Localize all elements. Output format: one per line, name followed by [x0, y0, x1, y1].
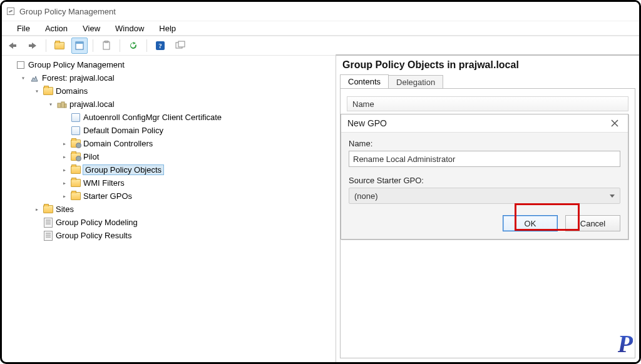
svg-rect-3 — [105, 41, 108, 43]
expand-icon[interactable]: ▸ — [33, 206, 41, 213]
folder-icon — [71, 178, 81, 188]
expand-icon[interactable]: ▸ — [61, 140, 68, 147]
tree-item-label: Default Domain Policy — [83, 126, 163, 135]
menu-window[interactable]: Window — [109, 23, 150, 34]
folder-icon — [43, 86, 53, 96]
svg-rect-8 — [58, 103, 61, 108]
back-button[interactable] — [4, 38, 21, 54]
window-title: Group Policy Management — [19, 7, 116, 16]
export-list-button[interactable] — [98, 38, 115, 54]
folder-icon — [71, 191, 81, 201]
starter-gpo-value: (none) — [354, 191, 378, 201]
svg-rect-9 — [61, 102, 64, 108]
menu-bar: File Action View Window Help — [2, 21, 639, 35]
expand-icon[interactable]: ▸ — [61, 179, 68, 186]
tree-root[interactable]: Group Policy Management — [6, 58, 333, 71]
tree-pane: Group Policy Management ▾ Forest: prajwa… — [2, 54, 336, 362]
tree-domain-label: prajwal.local — [69, 99, 115, 109]
collapse-icon[interactable]: ▾ — [19, 74, 27, 81]
details-tabs: Contents Delegation — [336, 72, 639, 88]
column-header-name[interactable]: Name — [347, 96, 628, 111]
ou-folder-icon — [71, 152, 81, 162]
tree-item-wmi-filters[interactable]: ▸ WMI Filters — [61, 176, 333, 190]
new-gpo-dialog: New GPO Name: Source Starter GPO: (none) — [341, 114, 628, 240]
tree-item-pilot[interactable]: ▸ Pilot — [61, 150, 333, 163]
menu-view[interactable]: View — [76, 23, 106, 34]
expand-icon[interactable]: ▸ — [61, 166, 68, 173]
help-button[interactable]: ? — [152, 38, 168, 54]
collapse-icon[interactable]: ▾ — [33, 88, 41, 94]
details-heading: Group Policy Objects in prajwal.local — [336, 56, 639, 72]
forward-button[interactable] — [24, 38, 41, 54]
gpo-link-icon — [71, 113, 81, 123]
new-window-button[interactable] — [172, 38, 188, 54]
menu-file[interactable]: File — [11, 23, 36, 34]
folder-icon — [71, 165, 81, 175]
tree-sites[interactable]: ▸ Sites — [33, 203, 333, 216]
tree-forest[interactable]: ▾ Forest: prajwal.local — [19, 71, 333, 84]
details-pane: Group Policy Objects in prajwal.local Co… — [336, 54, 639, 362]
tree-item-domain-controllers[interactable]: ▸ Domain Controllers — [61, 137, 333, 150]
name-input[interactable] — [349, 151, 620, 167]
svg-text:?: ? — [158, 42, 162, 49]
results-icon — [43, 231, 53, 241]
starter-gpo-select[interactable]: (none) — [349, 188, 620, 204]
tree-domains[interactable]: ▾ Domains — [33, 84, 333, 98]
properties-button[interactable] — [71, 38, 88, 54]
tree-root-label: Group Policy Management — [28, 60, 125, 69]
tree-item-autoenroll[interactable]: Autoenroll ConfigMgr Client Certificate — [61, 111, 333, 124]
console-icon — [16, 60, 26, 70]
tree-item-label: WMI Filters — [83, 178, 125, 188]
chevron-down-icon — [610, 195, 615, 198]
modeling-icon — [43, 218, 53, 228]
app-icon — [6, 6, 16, 16]
tree-forest-label: Forest: prajwal.local — [42, 73, 115, 83]
tree-modeling-label: Group Policy Modeling — [56, 218, 138, 227]
tree-results-label: Group Policy Results — [56, 231, 131, 240]
tree-item-label: Domain Controllers — [83, 139, 153, 148]
tree-sites-label: Sites — [56, 205, 74, 214]
ok-button[interactable]: OK — [503, 215, 558, 231]
watermark-logo: P — [618, 329, 633, 358]
up-folder-button[interactable] — [51, 38, 68, 54]
menu-action[interactable]: Action — [39, 23, 74, 34]
tree-item-label: Pilot — [83, 152, 99, 161]
collapse-icon[interactable]: ▾ — [47, 101, 54, 108]
svg-rect-7 — [178, 41, 185, 47]
tree-modeling[interactable]: Group Policy Modeling — [33, 216, 333, 229]
svg-rect-1 — [76, 42, 83, 44]
expand-icon[interactable]: ▸ — [61, 193, 68, 200]
starter-gpo-label: Source Starter GPO: — [349, 176, 620, 185]
tree-item-label: Group Policy Objects — [83, 164, 164, 175]
forest-icon — [29, 73, 39, 83]
close-icon[interactable] — [608, 116, 622, 130]
dialog-title: New GPO — [347, 118, 387, 128]
domain-icon — [57, 99, 67, 109]
refresh-button[interactable] — [125, 38, 141, 54]
gpo-link-icon — [71, 126, 81, 136]
folder-icon — [43, 205, 53, 215]
tree-domain[interactable]: ▾ prajwal.local — [47, 98, 333, 111]
tree-item-label: Autoenroll ConfigMgr Client Certificate — [83, 113, 222, 122]
menu-help[interactable]: Help — [153, 23, 182, 34]
tree-item-group-policy-objects[interactable]: ▸ Group Policy Objects — [61, 163, 333, 176]
svg-rect-2 — [103, 42, 110, 49]
window-titlebar: Group Policy Management — [2, 2, 639, 21]
tree-results[interactable]: Group Policy Results — [33, 229, 333, 242]
tab-contents[interactable]: Contents — [340, 74, 389, 88]
svg-rect-10 — [64, 104, 66, 108]
toolbar: ? — [2, 36, 639, 56]
name-label: Name: — [349, 139, 620, 148]
ou-folder-icon — [71, 139, 81, 149]
expand-icon[interactable]: ▸ — [61, 153, 68, 160]
tree-item-default-domain-policy[interactable]: Default Domain Policy — [61, 124, 333, 137]
tree-item-starter-gpos[interactable]: ▸ Starter GPOs — [61, 190, 333, 203]
tab-panel: Name New GPO Name: Source Starter GPO: — [340, 88, 635, 358]
tree-domains-label: Domains — [56, 86, 88, 96]
tree-item-label: Starter GPOs — [83, 191, 132, 201]
tab-delegation[interactable]: Delegation — [388, 75, 443, 89]
cancel-button[interactable]: Cancel — [565, 215, 620, 231]
